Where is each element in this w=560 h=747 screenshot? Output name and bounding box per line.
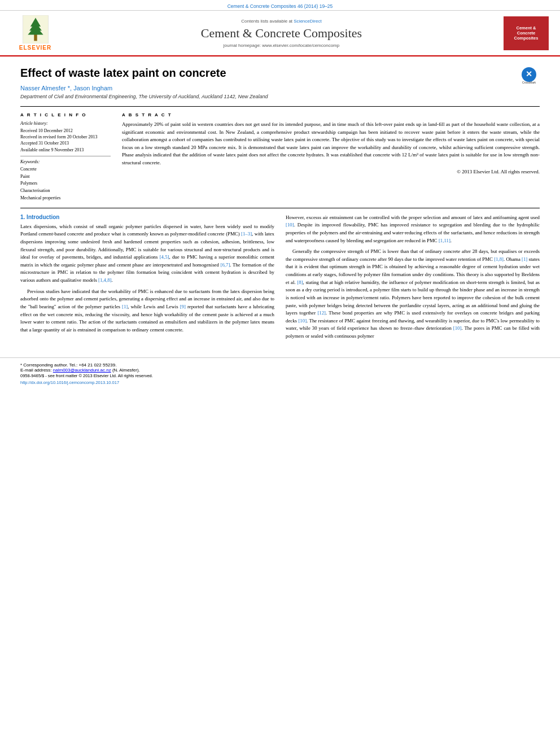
footer-issn: 0958-9465/$ - see front matter © 2013 El… (20, 373, 540, 386)
svg-text:✕: ✕ (526, 69, 532, 78)
article-authors: Nasser Almesfer *, Jason Ingham (20, 85, 540, 91)
sciencedirect-text: Contents lists available at ScienceDirec… (59, 19, 504, 24)
journal-logo-right: Cement & Concrete Composites (504, 16, 549, 50)
ref-link-12[interactable]: [12] (317, 310, 326, 316)
article-info-abstract: A R T I C L E I N F O Article history: R… (20, 112, 540, 202)
article-affiliation: Department of Civil and Environmental En… (20, 94, 540, 99)
abstract-heading: A B S T R A C T (122, 112, 540, 117)
keywords-divider (20, 156, 111, 156)
author-email[interactable]: nalm003@aucklanduni.ac.nz (53, 368, 111, 373)
right-paragraph-1: However, excesss air entrainment can be … (286, 214, 540, 245)
revised-date: Received in revised form 20 October 2013 (20, 134, 111, 140)
elsevier-logo: ELSEVIER (11, 15, 59, 51)
ref-link-10b[interactable]: [10] (298, 318, 307, 324)
crossmark-badge: ✕ CrossMark (518, 65, 540, 87)
page: Cement & Concrete Composites 46 (2014) 1… (0, 0, 560, 747)
introduction-title: 1. Introduction (20, 214, 274, 220)
page-footer: * Corresponding author. Tel.: +64 21 022… (0, 357, 560, 391)
article-title: Effect of waste latex paint on concrete (20, 65, 540, 80)
keyword-characterisation: Characterisation (20, 187, 111, 195)
journal-top-bar: Cement & Concrete Composites 46 (2014) 1… (0, 0, 560, 11)
ref-link-1-3[interactable]: [1–3] (241, 231, 252, 237)
svg-text:CrossMark: CrossMark (522, 81, 536, 84)
journal-title: Cement & Concrete Composites (59, 26, 504, 41)
ref-link-10[interactable]: [10] (286, 222, 294, 228)
right-paragraph-2: Generally the compressive strength of PM… (286, 248, 540, 340)
abstract-text: Approximately 20% of paint sold in weste… (122, 121, 540, 167)
ref-link-1[interactable]: [1] (122, 304, 128, 309)
keywords-list: Concrete Paint Polymers Characterisation… (20, 166, 111, 202)
article-info-heading: A R T I C L E I N F O (20, 112, 111, 117)
ref-link-10c[interactable]: [10] (453, 325, 462, 331)
keywords-label: Keywords: (20, 159, 111, 164)
journal-reference: Cement & Concrete Composites 46 (2014) 1… (228, 3, 333, 9)
body-content: 1. Introduction Latex dispersions, which… (20, 214, 540, 344)
main-content: Effect of waste latex paint on concrete … (0, 56, 560, 353)
crossmark-icon: ✕ CrossMark (518, 65, 540, 87)
accepted-date: Accepted 31 October 2013 (20, 140, 111, 146)
ref-link-1-ohama[interactable]: [1] (522, 256, 527, 262)
doi-link[interactable]: http://dx.doi.org/10.1016/j.cemconcomp.2… (20, 380, 119, 385)
ref-link-9[interactable]: [9] (180, 304, 186, 309)
keyword-paint: Paint (20, 173, 111, 181)
body-left-column: 1. Introduction Latex dispersions, which… (20, 214, 274, 344)
intro-paragraph-1: Latex dispersions, which consist of smal… (20, 223, 274, 285)
ref-link-8-beeldens[interactable]: [8] (297, 279, 303, 285)
article-info-column: A R T I C L E I N F O Article history: R… (20, 112, 111, 202)
abstract-copyright: © 2013 Elsevier Ltd. All rights reserved… (122, 169, 540, 174)
ref-link-1-4-8[interactable]: [1,4,8] (98, 277, 111, 283)
corresponding-author-note: * Corresponding author. Tel.: +64 21 022… (20, 362, 540, 373)
keyword-mechanical: Mechanical properties (20, 195, 111, 202)
article-title-section: Effect of waste latex paint on concrete … (20, 65, 540, 99)
body-right-column: However, excesss air entrainment can be … (286, 214, 540, 344)
received-date: Received 10 December 2012 (20, 128, 111, 134)
elsevier-tree-icon (21, 15, 50, 43)
keyword-concrete: Concrete (20, 166, 111, 173)
introduction-body: Latex dispersions, which consist of smal… (20, 223, 274, 334)
title-divider (20, 106, 540, 107)
journal-header-center: Contents lists available at ScienceDirec… (59, 19, 504, 48)
intro-paragraph-2: Previous studies have indicated that the… (20, 288, 274, 334)
journal-header: ELSEVIER Contents lists available at Sci… (0, 11, 560, 56)
abstract-column: A B S T R A C T Approximately 20% of pai… (122, 112, 540, 202)
ref-link-4-5[interactable]: [4,5] (160, 254, 169, 260)
journal-homepage: journal homepage: www.elsevier.com/locat… (59, 43, 504, 48)
ref-link-6-7[interactable]: [6,7] (220, 262, 230, 268)
article-history-label: Article history: (20, 121, 111, 126)
ref-link-1-8[interactable]: [1,8] (494, 256, 504, 262)
elsevier-brand-name: ELSEVIER (19, 45, 51, 51)
abstract-divider (20, 208, 540, 208)
right-column-body: However, excesss air entrainment can be … (286, 214, 540, 340)
sciencedirect-link[interactable]: ScienceDirect (294, 19, 321, 24)
available-date: Available online 9 November 2013 (20, 147, 111, 153)
keyword-polymers: Polymers (20, 180, 111, 187)
ref-link-1-11[interactable]: [1,11] (439, 238, 450, 243)
